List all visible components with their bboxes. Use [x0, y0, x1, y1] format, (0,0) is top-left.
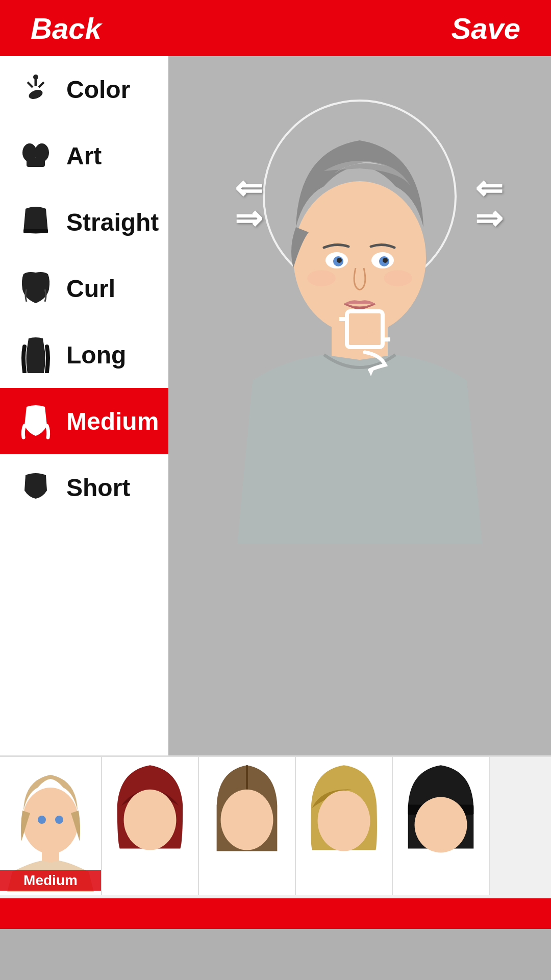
photo-area: ⇐ ⇒ ⇐ ⇒ — [168, 56, 551, 755]
long-icon — [15, 334, 56, 375]
svg-point-32 — [415, 797, 467, 853]
curl-icon — [15, 268, 56, 309]
sidebar-item-art[interactable]: Art — [0, 122, 168, 189]
sidebar-item-straight[interactable]: Straight — [0, 189, 168, 255]
thumb-hair-3 — [199, 760, 295, 892]
svg-point-27 — [124, 790, 177, 850]
svg-point-17 — [307, 270, 336, 286]
sidebar-label-art: Art — [66, 142, 102, 170]
sidebar-item-short[interactable]: Short — [0, 454, 168, 521]
svg-point-29 — [221, 790, 273, 850]
save-button[interactable]: Save — [452, 11, 520, 45]
svg-point-25 — [38, 816, 46, 824]
sidebar-label-color: Color — [66, 76, 130, 104]
thumb-item-3[interactable] — [199, 757, 296, 895]
header: Back Save — [0, 0, 551, 56]
svg-point-4 — [33, 75, 38, 80]
sidebar-label-curl: Curl — [66, 275, 115, 303]
bottom-bar — [0, 898, 551, 929]
back-button[interactable]: Back — [31, 11, 102, 45]
thumb-hair-5 — [393, 760, 489, 892]
thumb-item-2[interactable] — [102, 757, 199, 895]
person-illustration — [222, 84, 497, 646]
thumb-item-1[interactable]: Medium — [0, 757, 102, 895]
svg-line-3 — [39, 82, 44, 87]
sidebar-item-curl[interactable]: Curl — [0, 255, 168, 322]
person-container: ⇐ ⇒ ⇐ ⇒ — [207, 84, 513, 646]
thumbnails-area: Medium — [0, 755, 551, 898]
art-icon — [15, 135, 56, 176]
svg-point-15 — [337, 258, 342, 263]
thumb-hair-4 — [296, 760, 392, 892]
svg-point-0 — [28, 88, 44, 101]
svg-point-30 — [318, 791, 370, 851]
sidebar-item-long[interactable]: Long — [0, 322, 168, 388]
sidebar-item-medium[interactable]: Medium — [0, 388, 168, 454]
short-icon — [15, 467, 56, 508]
sidebar-item-color[interactable]: Color — [0, 56, 168, 122]
sidebar-label-straight: Straight — [66, 208, 159, 236]
sidebar-label-short: Short — [66, 474, 130, 502]
thumb-item-5[interactable] — [393, 757, 490, 895]
svg-point-26 — [55, 816, 63, 824]
sidebar-label-long: Long — [66, 341, 126, 369]
color-icon — [15, 69, 56, 110]
svg-point-18 — [384, 270, 412, 286]
sidebar: Color Art Strai — [0, 56, 168, 755]
svg-line-2 — [28, 82, 33, 87]
thumb-item-4[interactable] — [296, 757, 393, 895]
main-area: Color Art Strai — [0, 56, 551, 755]
thumb-hair-2 — [102, 760, 198, 892]
straight-icon — [15, 202, 56, 242]
medium-icon — [15, 401, 56, 442]
svg-rect-8 — [23, 229, 48, 233]
svg-point-16 — [383, 258, 388, 263]
svg-point-23 — [22, 788, 79, 854]
svg-rect-7 — [27, 158, 45, 167]
thumb-label-1: Medium — [0, 870, 101, 891]
sidebar-label-medium: Medium — [66, 407, 159, 435]
